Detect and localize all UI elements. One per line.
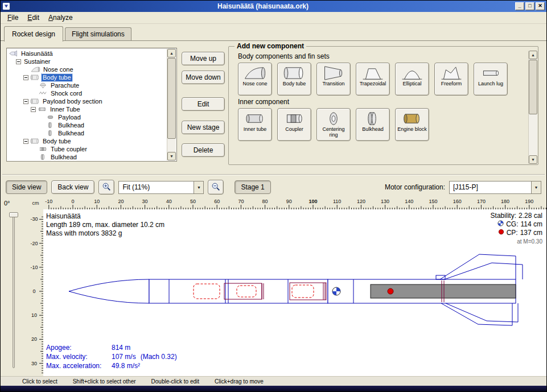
tree-item-bulkhead[interactable]: Bulkhead bbox=[7, 129, 167, 137]
launchlug-icon bbox=[479, 65, 502, 81]
rotation-slider-handle[interactable] bbox=[9, 212, 18, 217]
add-elliptical-button[interactable]: Elliptical bbox=[395, 63, 429, 96]
collapse-icon[interactable] bbox=[23, 75, 28, 80]
cp-icon bbox=[498, 229, 504, 237]
svg-text:110: 110 bbox=[333, 199, 341, 204]
tree-item-label: Bulkhead bbox=[57, 122, 85, 129]
svg-text:90: 90 bbox=[286, 199, 292, 204]
stability-label: Stability: bbox=[491, 212, 516, 220]
cg-marker bbox=[332, 287, 340, 295]
shockcord-icon bbox=[38, 90, 48, 97]
tree-item-haisun-t[interactable]: Haisunäätä bbox=[7, 49, 167, 57]
rotation-slider[interactable] bbox=[13, 213, 15, 368]
add-component-title: Add new component bbox=[235, 42, 306, 50]
collapse-icon[interactable] bbox=[23, 99, 28, 104]
titlebar[interactable]: Haisunäätä (haisunaata.ork) _ □ ✕ bbox=[1, 1, 546, 12]
cp-value: 137 cm bbox=[520, 229, 542, 237]
edit-button[interactable]: Edit bbox=[182, 97, 225, 111]
tree-scroll-thumb[interactable] bbox=[167, 58, 176, 139]
palette-scroll-thumb[interactable] bbox=[529, 60, 537, 114]
tree-item-body-tube[interactable]: Body tube bbox=[7, 137, 167, 145]
svg-text:70: 70 bbox=[238, 199, 244, 204]
fin-bottom-outline bbox=[441, 303, 512, 325]
add-engine-block-button[interactable]: Engine block bbox=[395, 108, 429, 141]
move-up-button[interactable]: Move up bbox=[182, 52, 225, 65]
add-centering-ring-button[interactable]: Centering ring bbox=[316, 108, 351, 141]
svg-text:30: 30 bbox=[31, 361, 37, 366]
menu-analyze[interactable]: Analyze bbox=[44, 13, 77, 23]
add-freeform-button[interactable]: Freeform bbox=[434, 63, 468, 96]
zoom-in-button[interactable] bbox=[98, 180, 114, 195]
tree-item-payload-body-section[interactable]: Payload body section bbox=[7, 97, 167, 105]
chevron-down-icon[interactable]: ▼ bbox=[194, 181, 203, 193]
tree-item-parachute[interactable]: Parachute bbox=[7, 81, 167, 89]
acceleration-label: Max. acceleration: bbox=[46, 361, 112, 370]
tree-item-payload[interactable]: Payload bbox=[7, 113, 167, 121]
tree-item-bulkhead[interactable]: Bulkhead bbox=[7, 121, 167, 129]
status-hint: Double-click to edit bbox=[151, 378, 199, 385]
scroll-down-icon[interactable]: ▼ bbox=[167, 152, 176, 160]
vertical-ruler: -30-20-100102030 bbox=[28, 209, 43, 376]
scroll-up-icon[interactable]: ▲ bbox=[529, 51, 537, 59]
tree-item-inner-tube[interactable]: Inner Tube bbox=[7, 105, 167, 113]
chevron-down-icon[interactable]: ▼ bbox=[531, 181, 541, 193]
tab-flight-simulations[interactable]: Flight simulations bbox=[65, 27, 131, 41]
tree-item-bulkhead[interactable]: Bulkhead bbox=[7, 153, 167, 160]
close-button[interactable]: ✕ bbox=[536, 2, 545, 10]
svg-text:-20: -20 bbox=[30, 241, 38, 246]
add-body-tube-button[interactable]: Body tube bbox=[277, 63, 311, 96]
delete-button[interactable]: Delete bbox=[182, 143, 225, 157]
add-transition-button[interactable]: Transition bbox=[316, 63, 351, 96]
centering-ring-icon bbox=[322, 110, 345, 127]
minimize-button[interactable]: _ bbox=[515, 2, 524, 10]
add-nose-cone-button[interactable]: Nose cone bbox=[238, 63, 272, 96]
scroll-down-icon[interactable]: ▼ bbox=[529, 155, 537, 164]
cp-label: CP: bbox=[507, 229, 518, 237]
menu-edit[interactable]: Edit bbox=[23, 13, 44, 23]
innertube-icon bbox=[244, 110, 266, 127]
diagram-canvas[interactable]: Haisunäätä Length 189 cm, max. diameter … bbox=[43, 209, 546, 376]
motor-config-select[interactable]: [J115-P] ▼ bbox=[449, 181, 541, 194]
menubar: File Edit Analyze bbox=[1, 12, 546, 24]
tree-item-shock-cord[interactable]: Shock cord bbox=[7, 89, 167, 97]
add-coupler-button[interactable]: Coupler bbox=[277, 108, 311, 141]
palette-scrollbar[interactable]: ▲ ▼ bbox=[528, 51, 537, 164]
svg-text:20: 20 bbox=[118, 199, 124, 204]
fin-top-2-outline bbox=[445, 263, 523, 279]
inner-components-label: Inner component bbox=[238, 98, 534, 106]
menu-file[interactable]: File bbox=[3, 13, 23, 23]
tree-item-body-tube[interactable]: Body tube bbox=[7, 73, 167, 81]
scroll-up-icon[interactable]: ▲ bbox=[167, 49, 176, 57]
tree-item-nose-cone[interactable]: Nose cone bbox=[7, 65, 167, 73]
zoom-out-button[interactable] bbox=[208, 180, 224, 195]
cp-marker bbox=[388, 288, 393, 294]
coupler-icon bbox=[283, 110, 306, 127]
collapse-icon[interactable] bbox=[23, 139, 28, 144]
stage-1-toggle[interactable]: Stage 1 bbox=[235, 180, 270, 194]
tree-item-label: Bulkhead bbox=[57, 130, 85, 137]
side-view-button[interactable]: Side view bbox=[6, 180, 47, 194]
app-icon[interactable] bbox=[2, 2, 10, 10]
add-bulkhead-button[interactable]: Bulkhead bbox=[356, 108, 390, 141]
maximize-button[interactable]: □ bbox=[525, 2, 534, 10]
tree-item-tube-coupler[interactable]: Tube coupler bbox=[7, 145, 167, 153]
tree-item-label: Nose cone bbox=[42, 66, 75, 73]
tree-scrollbar[interactable]: ▲ ▼ bbox=[167, 49, 176, 160]
move-down-button[interactable]: Move down bbox=[182, 71, 225, 84]
tab-rocket-design[interactable]: Rocket design bbox=[4, 26, 63, 42]
svg-text:-10: -10 bbox=[30, 265, 38, 270]
fin-top-outline bbox=[440, 254, 516, 279]
palette-row-1: Inner tubeCouplerCentering ringBulkheadE… bbox=[238, 108, 534, 141]
tree-item-label: Body tube bbox=[42, 74, 72, 81]
add-launch-lug-button[interactable]: Launch lug bbox=[474, 63, 508, 96]
tree-item-label: Haisunäätä bbox=[20, 50, 54, 57]
add-inner-tube-button[interactable]: Inner tube bbox=[238, 108, 272, 141]
new-stage-button[interactable]: New stage bbox=[182, 121, 225, 134]
collapse-icon[interactable] bbox=[16, 59, 21, 64]
back-view-button[interactable]: Back view bbox=[51, 180, 94, 194]
zoom-level-select[interactable]: Fit (11%) ▼ bbox=[118, 181, 204, 194]
tree-item-label: Shock cord bbox=[50, 90, 83, 97]
tree-item-sustainer[interactable]: Sustainer bbox=[7, 57, 167, 65]
add-trapezoidal-button[interactable]: Trapezoidal bbox=[356, 63, 390, 96]
collapse-icon[interactable] bbox=[31, 107, 36, 112]
